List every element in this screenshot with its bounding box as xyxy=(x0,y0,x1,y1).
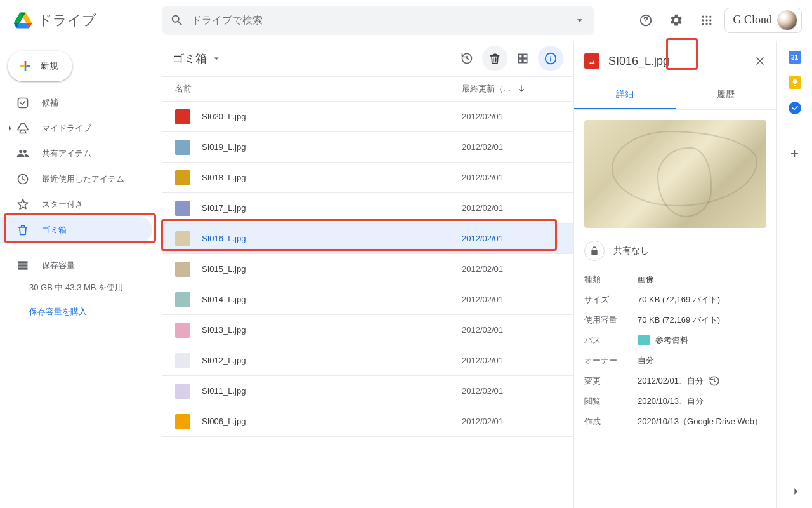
file-thumb xyxy=(175,201,190,216)
info-button[interactable] xyxy=(538,46,563,71)
account-chip[interactable]: G Cloud xyxy=(724,8,802,33)
details-pane: SI016_L.jpg 詳細 履歴 共有なし 種類画像 サイズ70 KB (72… xyxy=(573,41,776,508)
file-row[interactable]: SI015_L.jpg 2012/02/01 xyxy=(162,254,573,284)
sidebar-item-priority[interactable]: 候補 xyxy=(0,90,152,116)
columns-header: 名前 最終更新（… xyxy=(162,76,573,102)
col-name[interactable]: 名前 xyxy=(175,83,462,95)
svg-point-2 xyxy=(702,15,704,17)
file-thumb xyxy=(175,140,190,155)
file-row[interactable]: SI016_L.jpg 2012/02/01 xyxy=(162,224,573,254)
file-row[interactable]: SI006_L.jpg 2012/02/01 xyxy=(162,406,573,437)
file-date: 2012/02/01 xyxy=(462,173,563,182)
file-row[interactable]: SI018_L.jpg 2012/02/01 xyxy=(162,163,573,193)
sidebar-item-trash[interactable]: ゴミ箱 xyxy=(0,217,152,243)
trash-icon xyxy=(15,224,30,236)
calendar-icon[interactable]: 31 xyxy=(789,51,801,64)
grid-view-icon[interactable] xyxy=(510,46,535,71)
storage-icon xyxy=(15,259,30,272)
settings-gear-icon[interactable] xyxy=(664,8,689,33)
tab-activity[interactable]: 履歴 xyxy=(676,81,777,109)
brand-title: ドライブ xyxy=(38,11,96,30)
file-row[interactable]: SI019_L.jpg 2012/02/01 xyxy=(162,132,573,163)
file-thumb xyxy=(175,231,190,246)
file-name: SI016_L.jpg xyxy=(202,234,462,243)
header: ドライブ G Cloud xyxy=(0,0,812,41)
collapse-rail-icon[interactable] xyxy=(789,485,802,498)
file-row[interactable]: SI012_L.jpg 2012/02/01 xyxy=(162,345,573,376)
details-tabs: 詳細 履歴 xyxy=(574,81,776,110)
file-date: 2012/02/01 xyxy=(462,234,563,243)
svg-rect-14 xyxy=(18,264,28,266)
sidebar-item-starred[interactable]: スター付き xyxy=(0,192,152,217)
new-label: 新規 xyxy=(41,60,58,72)
header-right: G Cloud xyxy=(633,8,802,33)
svg-rect-19 xyxy=(523,59,527,63)
file-name: SI013_L.jpg xyxy=(202,325,462,335)
svg-rect-15 xyxy=(18,267,28,269)
image-file-icon xyxy=(584,53,599,69)
svg-rect-16 xyxy=(518,54,522,58)
keep-icon[interactable] xyxy=(789,76,801,89)
search-icon xyxy=(170,13,184,27)
sidebar: 新規 候補 マイドライブ 共有アイテム 最近使用したアイテム スター付き ゴミ箱 xyxy=(0,41,162,508)
close-icon[interactable] xyxy=(754,55,766,67)
mydrive-icon xyxy=(15,122,30,135)
tab-details[interactable]: 詳細 xyxy=(574,81,676,109)
tasks-icon[interactable] xyxy=(789,102,801,114)
svg-point-8 xyxy=(702,23,704,25)
svg-point-10 xyxy=(710,23,712,25)
col-date[interactable]: 最終更新（… xyxy=(462,83,563,95)
svg-point-6 xyxy=(706,19,708,21)
metadata-grid: 種類画像 サイズ70 KB (72,169 バイト) 使用容量70 KB (72… xyxy=(584,274,766,427)
history-icon[interactable] xyxy=(709,375,720,387)
add-addon-icon[interactable]: + xyxy=(790,145,799,162)
breadcrumb[interactable]: ゴミ箱 xyxy=(173,51,222,66)
details-title: SI016_L.jpg xyxy=(608,55,745,68)
sidebar-item-recent[interactable]: 最近使用したアイテム xyxy=(0,166,152,192)
file-row[interactable]: SI011_L.jpg 2012/02/01 xyxy=(162,376,573,406)
search-box[interactable] xyxy=(162,6,594,35)
avatar xyxy=(777,10,797,30)
file-row[interactable]: SI020_L.jpg 2012/02/01 xyxy=(162,102,573,132)
storage-usage-text: 30 GB 中 43.3 MB を使用 xyxy=(29,282,162,293)
file-name: SI017_L.jpg xyxy=(202,203,462,213)
file-thumb xyxy=(175,353,190,368)
new-button[interactable]: 新規 xyxy=(8,51,72,81)
folder-icon xyxy=(638,335,650,345)
drive-logo-icon xyxy=(10,8,36,33)
file-name: SI006_L.jpg xyxy=(202,417,462,426)
svg-point-5 xyxy=(702,19,704,21)
help-icon[interactable] xyxy=(633,8,658,33)
file-date: 2012/02/01 xyxy=(462,386,563,396)
svg-point-9 xyxy=(706,23,708,25)
file-date: 2012/02/01 xyxy=(462,417,563,426)
delete-forever-button[interactable] xyxy=(482,46,508,71)
file-row[interactable]: SI014_L.jpg 2012/02/01 xyxy=(162,284,573,315)
toolbar: ゴミ箱 xyxy=(162,41,573,76)
recent-icon xyxy=(15,173,30,185)
sidebar-item-shared[interactable]: 共有アイテム xyxy=(0,141,152,166)
svg-point-4 xyxy=(710,15,712,17)
svg-rect-18 xyxy=(518,59,522,63)
file-date: 2012/02/01 xyxy=(462,112,563,121)
file-row[interactable]: SI017_L.jpg 2012/02/01 xyxy=(162,193,573,224)
sidebar-item-mydrive[interactable]: マイドライブ xyxy=(0,116,152,141)
file-thumb xyxy=(175,262,190,277)
restore-history-icon[interactable] xyxy=(454,46,480,71)
svg-rect-13 xyxy=(18,261,28,263)
file-name: SI020_L.jpg xyxy=(202,112,462,121)
file-thumb xyxy=(175,384,190,399)
file-date: 2012/02/01 xyxy=(462,325,563,335)
buy-storage-link[interactable]: 保存容量を購入 xyxy=(29,306,162,318)
preview-image xyxy=(584,120,766,228)
priority-icon xyxy=(15,97,30,109)
file-row[interactable]: SI013_L.jpg 2012/02/01 xyxy=(162,315,573,345)
file-name: SI018_L.jpg xyxy=(202,173,462,182)
sidebar-item-storage[interactable]: 保存容量 xyxy=(0,253,152,278)
lock-icon xyxy=(584,241,605,261)
apps-grid-icon[interactable] xyxy=(694,8,719,33)
brand[interactable]: ドライブ xyxy=(10,8,162,33)
search-input[interactable] xyxy=(192,15,573,26)
plus-icon xyxy=(18,58,33,74)
search-options-caret-icon[interactable] xyxy=(573,14,586,27)
